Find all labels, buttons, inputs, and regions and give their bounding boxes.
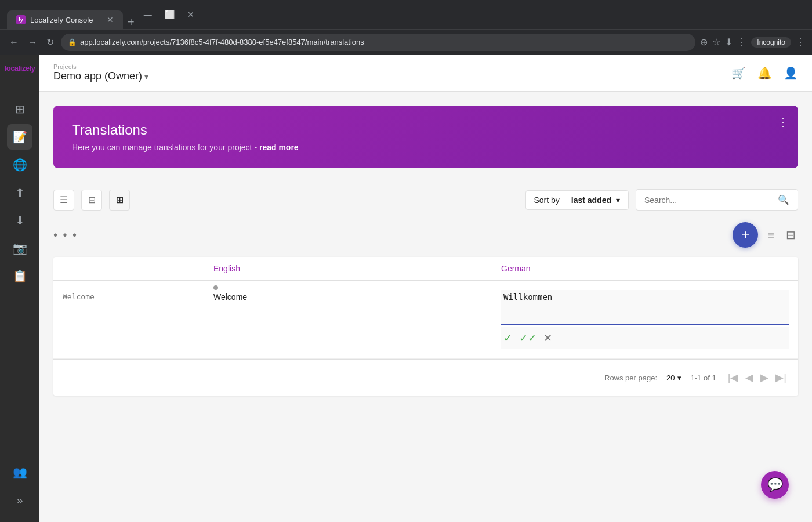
back-button[interactable]: ← [7,35,21,50]
browser-chrome: ly Localizely Console ✕ + — ⬜ ✕ [0,0,812,29]
team-icon: 👥 [13,465,27,479]
search-icon: 🔍 [778,194,789,205]
sidebar-item-translations[interactable]: 📝 [7,124,32,150]
browser-toolbar-icons: ⊕ ☆ ⬇ ⋮ Incognito ⋮ [700,37,805,48]
sidebar-item-screenshots[interactable]: 📷 [7,235,32,261]
tab-close-button[interactable]: ✕ [107,15,114,24]
sort-by-select[interactable]: Sort by last added ▾ [525,190,629,210]
read-more-link[interactable]: read more [259,143,299,152]
add-translation-button[interactable]: + [733,222,758,248]
expand-icon: » [16,494,23,507]
row-english-value[interactable]: Welcome [213,290,501,302]
sidebar-item-expand[interactable]: » [7,487,32,513]
dashboard-icon: ⊞ [15,102,25,116]
tab-title: Localizely Console [30,16,93,24]
view-single-column-button[interactable]: ☰ [53,190,74,211]
project-name: Demo app (Owner) [53,70,142,82]
german-translation-input[interactable]: Willkommen [501,290,789,325]
bookmark-icon[interactable]: ☆ [712,37,720,48]
translations-icon: 📝 [13,130,27,144]
action-icons: + ≡ ⊟ [733,222,798,248]
sidebar-item-dashboard[interactable]: ⊞ [7,96,32,122]
download-icon[interactable]: ⬇ [725,37,733,48]
prev-page-button[interactable]: ◀ [743,369,756,386]
pagination-nav: |◀ ◀ ▶ ▶| [726,369,789,386]
banner-subtitle: Here you can manage translations for you… [72,143,780,152]
row-german-cell[interactable]: Willkommen ✓ ✓✓ ✕ [501,290,789,349]
languages-icon: 🌐 [13,158,27,172]
project-section: Projects Demo app (Owner) ▾ [53,63,148,82]
save-reviewed-button[interactable]: ✓✓ [519,332,536,345]
sidebar-bottom: 👥 » [7,447,32,513]
next-page-button[interactable]: ▶ [758,369,771,386]
browser-window-controls: — ⬜ ✕ [139,8,199,21]
german-column-header: German [501,264,789,273]
search-input[interactable] [644,195,773,205]
page-info: 1-1 of 1 [691,374,716,382]
minimize-button[interactable]: — [139,8,157,21]
view-grid-button[interactable]: ⊞ [109,190,130,211]
plus-icon: + [741,227,749,243]
chat-support-button[interactable]: 💬 [761,471,789,499]
sidebar-item-tasks[interactable]: 📋 [7,263,32,289]
extensions-icon[interactable]: ⊕ [700,37,708,48]
sort-dropdown-arrow: ▾ [616,195,620,205]
banner-menu-button[interactable]: ⋮ [777,115,789,129]
more-options-button[interactable]: • • • [53,229,78,242]
row-key: Welcome [63,290,213,301]
notifications-icon[interactable]: 🔔 [757,66,772,80]
tasks-icon: 📋 [13,269,27,283]
filter-button[interactable]: ≡ [765,226,777,244]
main-content: Projects Demo app (Owner) ▾ 🛒 🔔 👤 Transl… [39,55,812,522]
tab-favicon: ly [16,15,26,24]
address-bar[interactable]: 🔒 app.localizely.com/projects/7136f8c5-4… [61,34,695,51]
sidebar-item-download[interactable]: ⬇ [7,208,32,233]
close-button[interactable]: ✕ [183,8,199,21]
rows-per-page-label: Rows per page: [604,374,657,382]
url-text: app.localizely.com/projects/7136f8c5-4f7… [80,38,688,46]
grid-icon: ⊞ [116,194,124,205]
cart-icon[interactable]: 🛒 [731,66,746,80]
view-table-button[interactable]: ⊟ [81,190,102,211]
page-content: Translations Here you can manage transla… [39,92,812,522]
sidebar-logo: localizely [5,64,35,72]
last-page-button[interactable]: ▶| [773,369,789,386]
logo-text-2: ely [26,64,35,72]
table-icon: ⊟ [88,194,96,205]
new-tab-button[interactable]: + [128,16,135,29]
rows-per-page-select[interactable]: 20 ▾ [666,374,681,382]
sidebar-item-languages[interactable]: 🌐 [7,152,32,177]
translation-actions: ✓ ✓✓ ✕ [501,327,789,349]
forward-button[interactable]: → [26,35,39,50]
refresh-button[interactable]: ↻ [44,34,56,50]
first-page-button[interactable]: |◀ [726,369,741,386]
incognito-badge: Incognito [751,37,791,48]
cancel-edit-button[interactable]: ✕ [543,332,552,345]
sidebar-divider-bottom [8,452,31,452]
settings-icon[interactable]: ⋮ [737,37,746,48]
sidebar-divider-top [8,89,31,89]
status-dot [213,285,218,290]
header-icons: 🛒 🔔 👤 [731,66,798,80]
restore-button[interactable]: ⬜ [160,8,179,21]
english-column-header: English [213,264,501,273]
projects-label: Projects [53,63,148,70]
chat-icon: 💬 [767,477,783,492]
project-selector[interactable]: Demo app (Owner) ▾ [53,70,148,82]
project-dropdown-arrow: ▾ [144,72,148,81]
columns-button[interactable]: ⊟ [784,226,798,244]
sidebar-item-team[interactable]: 👥 [7,459,32,485]
save-button[interactable]: ✓ [503,332,512,345]
table-row: Welcome Welcome Willkommen ✓ ✓✓ ✕ [53,281,798,359]
rows-per-page-arrow: ▾ [677,374,682,382]
translations-banner: Translations Here you can manage transla… [53,106,798,168]
sidebar-item-upload[interactable]: ⬆ [7,180,32,205]
sort-label: Sort by [534,195,560,205]
search-box[interactable]: 🔍 [636,189,798,211]
banner-title: Translations [72,122,780,138]
account-icon[interactable]: 👤 [784,66,798,80]
upload-icon: ⬆ [15,186,25,200]
translations-toolbar: ☰ ⊟ ⊞ Sort by last added ▾ 🔍 [53,182,798,217]
active-tab[interactable]: ly Localizely Console ✕ [7,10,123,29]
menu-icon[interactable]: ⋮ [796,37,805,48]
